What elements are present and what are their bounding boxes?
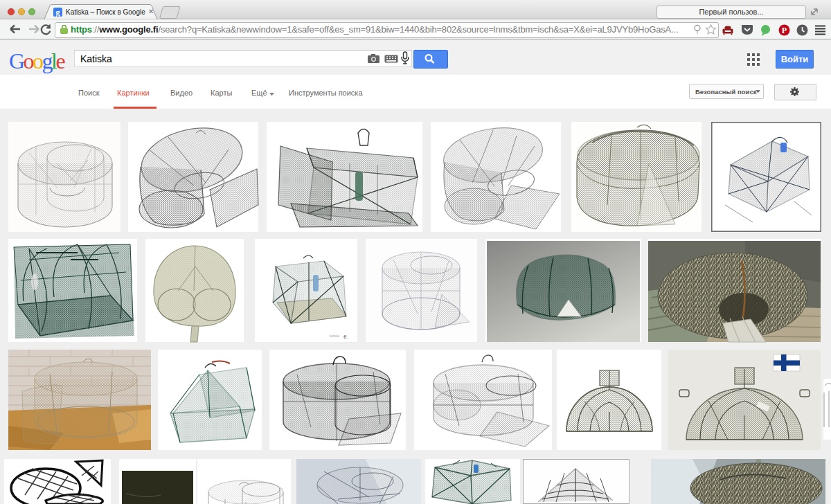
svg-text:g: g xyxy=(55,7,60,17)
svg-text:P: P xyxy=(782,26,787,35)
svg-text:katiska: katiska xyxy=(330,334,340,338)
